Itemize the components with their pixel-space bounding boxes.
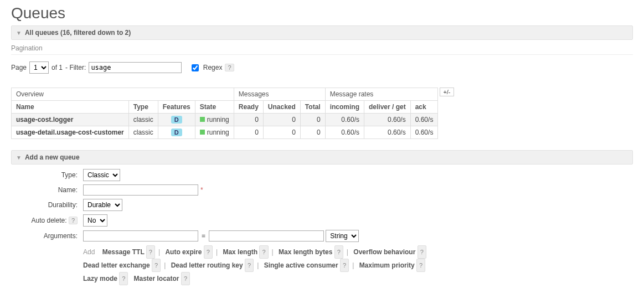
queue-ready: 0 [234,126,263,139]
help-icon[interactable]: ? [69,217,78,224]
regex-label: Regex [203,64,223,71]
type-label: Type: [11,171,78,179]
filter-input[interactable] [89,62,182,73]
arg-eq: = [202,232,205,240]
help-icon[interactable]: ? [152,259,161,272]
page-of: of 1 [51,64,63,71]
name-input[interactable] [83,184,198,196]
col-name[interactable]: Name [12,101,129,114]
queue-features: D [158,126,195,139]
queue-name-link[interactable]: usage-detail.usage-cost-customer [12,126,129,139]
add-overflow-behaviour[interactable]: Overflow behaviour [353,248,415,256]
col-total[interactable]: Total [300,101,325,114]
help-icon[interactable]: ? [146,245,155,259]
add-queue-title: Add a new queue [25,153,80,161]
filter-label: - Filter: [65,64,86,71]
page-select[interactable]: 1 [29,61,49,74]
col-unacked[interactable]: Unacked [263,101,300,114]
required-mark: * [200,186,203,194]
autodelete-select[interactable]: No [83,214,107,227]
durable-badge: D [171,116,182,124]
add-auto-expire[interactable]: Auto expire [165,248,202,256]
queue-total: 0 [300,126,325,139]
help-icon[interactable]: ? [259,245,268,259]
queue-incoming: 0.60/s [325,114,364,126]
durable-badge: D [171,129,182,136]
col-state[interactable]: State [195,101,234,114]
col-group-overview: Overview [12,88,234,101]
chevron-down-icon: ▼ [16,30,22,36]
argument-type-select[interactable]: String [326,230,359,242]
pagination-label: Pagination [11,44,633,55]
arguments-label: Arguments: [11,232,78,240]
queue-ready: 0 [234,114,263,126]
add-queue-header[interactable]: ▼ Add a new queue [11,150,633,165]
table-row: usage-cost.logger classic D running 0 0 … [12,114,438,126]
add-label: Add [83,248,95,256]
add-max-length-bytes[interactable]: Max length bytes [279,248,332,256]
col-ack[interactable]: ack [410,101,438,114]
argument-value-input[interactable] [209,230,324,242]
argument-key-input[interactable] [83,230,198,242]
help-icon[interactable]: ? [416,259,425,272]
help-icon[interactable]: ? [418,245,426,259]
pagination-controls: Page 1 of 1 - Filter: Regex ? [11,61,633,74]
regex-checkbox[interactable] [192,64,199,71]
add-single-active-consumer[interactable]: Single active consumer [264,261,338,269]
queue-deliver: 0.60/s [364,114,410,126]
queue-state: running [195,126,234,139]
queue-type: classic [128,114,158,126]
col-group-messages: Messages [234,88,325,101]
page-label: Page [11,64,27,71]
state-running-icon [200,130,205,135]
argument-shortcuts: Add Message TTL ?| Auto expire ?| Max le… [83,245,515,285]
col-incoming[interactable]: incoming [325,101,364,114]
add-lazy-mode[interactable]: Lazy mode [83,275,117,282]
add-dlx[interactable]: Dead letter exchange [83,261,150,269]
help-icon[interactable]: ? [204,245,213,259]
columns-toggle-button[interactable]: +/- [440,88,454,96]
table-row: usage-detail.usage-cost-customer classic… [12,126,438,139]
name-label: Name: [11,186,78,194]
help-icon[interactable]: ? [119,272,128,285]
type-select[interactable]: Classic [83,169,120,181]
add-dl-routing-key[interactable]: Dead letter routing key [171,261,243,269]
col-features[interactable]: Features [158,101,195,114]
queue-state: running [195,114,234,126]
queue-incoming: 0.60/s [325,126,364,139]
queue-deliver: 0.60/s [364,126,410,139]
queue-unacked: 0 [263,114,300,126]
add-message-ttl[interactable]: Message TTL [102,248,145,256]
help-icon[interactable]: ? [334,245,343,259]
queue-ack: 0.60/s [410,126,438,139]
add-max-length[interactable]: Max length [223,248,257,256]
col-group-rates: Message rates [325,88,438,101]
help-icon[interactable]: ? [245,259,254,272]
durability-select[interactable]: Durable [83,199,122,211]
help-icon[interactable]: ? [225,64,234,71]
col-ready[interactable]: Ready [234,101,263,114]
queue-features: D [158,114,195,126]
col-type[interactable]: Type [128,101,158,114]
queue-total: 0 [300,114,325,126]
queue-type: classic [128,126,158,139]
queue-unacked: 0 [263,126,300,139]
all-queues-header[interactable]: ▼ All queues (16, filtered down to 2) [11,25,633,40]
add-master-locator[interactable]: Master locator [134,275,179,282]
durability-label: Durability: [11,201,78,209]
add-max-priority[interactable]: Maximum priority [359,261,415,269]
all-queues-title: All queues (16, filtered down to 2) [25,29,131,37]
col-deliver[interactable]: deliver / get [364,101,410,114]
queues-table: Overview Messages Message rates Name Typ… [11,88,438,139]
help-icon[interactable]: ? [340,259,349,272]
state-running-icon [200,117,205,122]
page-title: Queues [11,4,633,22]
queue-ack: 0.60/s [410,114,438,126]
help-icon[interactable]: ? [181,272,190,285]
autodelete-label: Auto delete: ? [11,217,78,224]
chevron-down-icon: ▼ [16,155,22,161]
queue-name-link[interactable]: usage-cost.logger [12,114,129,126]
